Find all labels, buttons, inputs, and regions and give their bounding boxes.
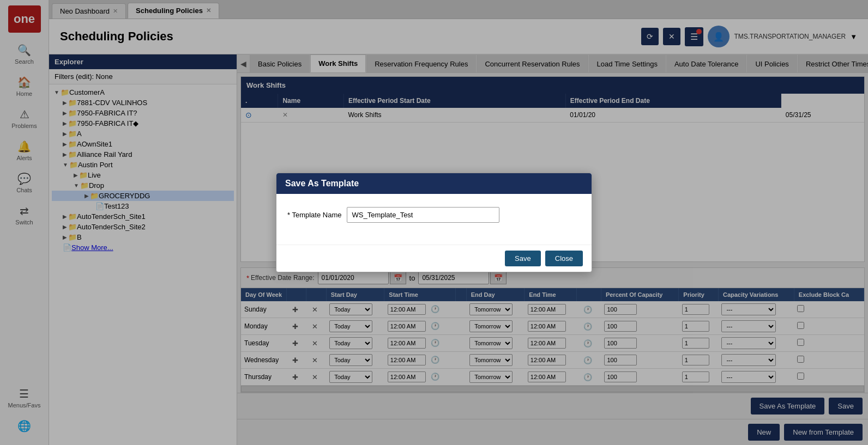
template-name-input[interactable]	[347, 207, 499, 223]
template-name-label: * Template Name	[287, 211, 341, 219]
template-name-row: * Template Name	[287, 207, 581, 223]
modal-overlay: Save As Template * Template Name Save Cl…	[0, 0, 868, 445]
modal-save-button[interactable]: Save	[505, 251, 541, 266]
modal-title: Save As Template	[276, 173, 592, 194]
modal-close-button[interactable]: Close	[545, 251, 583, 266]
modal-body: * Template Name	[276, 194, 592, 245]
modal-footer: Save Close	[276, 245, 592, 272]
save-as-template-modal: Save As Template * Template Name Save Cl…	[276, 173, 592, 272]
